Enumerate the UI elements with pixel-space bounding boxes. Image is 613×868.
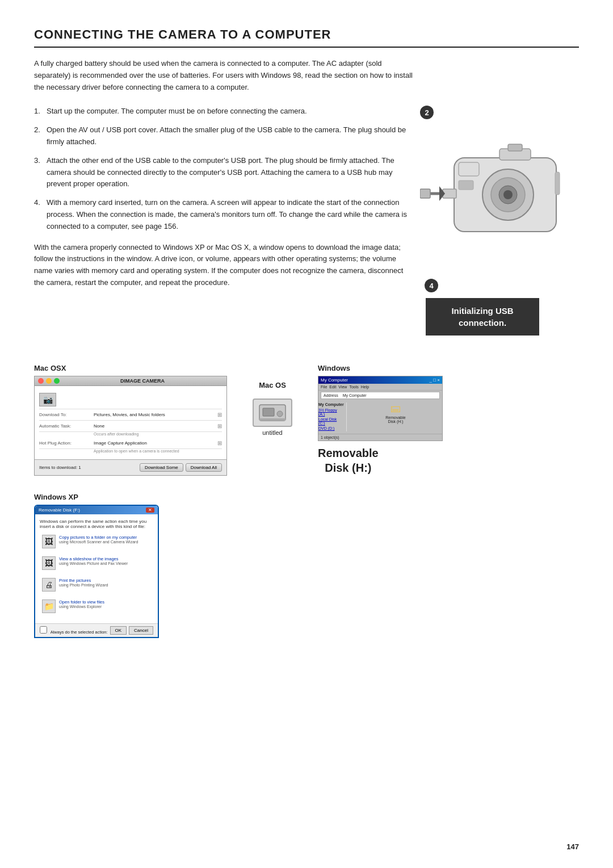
download-some-button[interactable]: Download Some (140, 463, 183, 472)
winxp-option-4-sub: using Windows Explorer (59, 605, 104, 609)
winxp-icon-2: 🖼 (42, 556, 56, 570)
win-status-bar: 1 object(s) (318, 434, 442, 441)
mac-btn-group: Download Some Download All (140, 463, 222, 472)
mac-hotplug-value: Image Capture Application (94, 441, 214, 446)
windows-xp-block: Windows XP Removable Disk (F:) ✕ Windows… (34, 493, 159, 638)
step-1: 1. Start up the computer. The computer m… (34, 106, 409, 118)
winxp-label: Windows XP (34, 493, 78, 501)
winxp-option-1-text: Copy pictures to a folder on my computer (59, 535, 138, 540)
mac-hotplug-sub: Application to open when a camera is con… (39, 449, 222, 455)
mac-os-label: Mac OS (259, 381, 286, 389)
steps-list: 1. Start up the computer. The computer m… (34, 106, 409, 232)
download-all-button[interactable]: Download All (186, 463, 222, 472)
mac-body: 📷 Download To: Pictures, Movies, and Mus… (35, 386, 226, 459)
win-title-bar: My Computer _ □ × (318, 376, 442, 384)
mac-download-label: Download To: (39, 412, 90, 417)
winxp-icon-1: 🖼 (42, 535, 56, 548)
winxp-option-4[interactable]: 📁 Open folder to view files using Window… (40, 597, 153, 615)
mac-camera-row: 📷 (39, 391, 222, 409)
page-title: CONNECTING THE CAMERA TO A COMPUTER (34, 27, 579, 48)
win-main-area: 🖴 RemovableDisk (H:) (349, 402, 442, 423)
mac-download-row: Download To: Pictures, Movies, and Music… (39, 409, 222, 421)
winxp-cancel-button[interactable]: Cancel (129, 626, 153, 635)
win-toolbar: File Edit View Tools Help (318, 384, 442, 391)
usb-label: Initializing USB connection. (426, 298, 539, 336)
mac-osx-block: Mac OSX DIMAGE CAMERA 📷 Download To: (34, 364, 227, 476)
body-paragraph: With the camera properly connected to Wi… (34, 242, 409, 289)
mac-os-block: Mac OS untitled (244, 381, 301, 443)
screenshots-row: Mac OSX DIMAGE CAMERA 📷 Download To: (34, 364, 579, 638)
winxp-screenshot: Removable Disk (F:) ✕ Windows can perfor… (34, 505, 159, 638)
win-content: My Computer 3½ Floppy (A:) Local Disk (C… (318, 400, 442, 434)
winxp-option-1-sub: using Microsoft Scanner and Camera Wizar… (59, 540, 138, 544)
winxp-intro-text: Windows can perform the same action each… (40, 519, 153, 529)
drive-name: untitled (262, 429, 282, 436)
winxp-option-3[interactable]: 🖨 Print the pictures using Photo Printin… (40, 576, 153, 594)
winxp-footer: Always do the selected action: OK Cancel (35, 623, 158, 637)
mac-min-btn[interactable] (46, 378, 52, 384)
svg-rect-6 (508, 144, 522, 151)
mac-osx-screenshot: DIMAGE CAMERA 📷 Download To: Pictures, M… (34, 376, 227, 476)
winxp-checkbox-label: Always do the selected action: (51, 630, 108, 635)
mac-close-btn[interactable] (38, 378, 44, 384)
svg-marker-11 (439, 186, 445, 201)
win-address-bar: Address My Computer (321, 392, 440, 399)
winxp-option-2-text: View a slideshow of the images (59, 556, 128, 561)
winxp-option-2-sub: using Windows Picture and Fax Viewer (59, 561, 128, 565)
drive-svg (258, 402, 287, 423)
intro-text: A fully charged battery should be used w… (34, 58, 420, 93)
mac-hotplug-label: Hot Plug Action: (39, 441, 90, 446)
mac-os-drive: untitled (244, 392, 301, 443)
badge-2: 2 (420, 106, 434, 119)
mac-autotask-row: Automatic Task: None ⊞ (39, 421, 222, 432)
removable-disk-name: RemovableDisk (H:) (385, 416, 405, 423)
mac-autotask-sub: Occurs after downloading (39, 432, 222, 438)
disk-folder-icon: 🖴 (391, 402, 401, 414)
mac-autotask-label: Automatic Task: (39, 423, 90, 429)
svg-rect-13 (555, 172, 560, 195)
step-3: 3. Attach the other end of the USB cable… (34, 155, 409, 190)
svg-point-4 (503, 190, 513, 199)
svg-rect-7 (459, 162, 479, 176)
mac-autotask-value: None (94, 423, 214, 429)
svg-rect-10 (420, 189, 430, 198)
winxp-icon-4: 📁 (42, 599, 56, 613)
winxp-option-2[interactable]: 🖼 View a slideshow of the images using W… (40, 554, 153, 572)
main-content: 1. Start up the computer. The computer m… (34, 106, 579, 336)
step-4: 4. With a memory card inserted, turn on … (34, 197, 409, 232)
removable-disk-icon[interactable]: 🖴 RemovableDisk (H:) (349, 402, 442, 423)
mac-items-label: Items to download: 1 (39, 465, 81, 470)
page: CONNECTING THE CAMERA TO A COMPUTER A fu… (0, 0, 613, 868)
winxp-option-3-text: Print the pictures (59, 578, 108, 583)
page-number: 147 (566, 842, 579, 851)
drive-icon (253, 399, 292, 427)
svg-rect-15 (263, 408, 274, 416)
mac-title-bar: DIMAGE CAMERA (35, 376, 226, 386)
winxp-option-1[interactable]: 🖼 Copy pictures to a folder on my comput… (40, 532, 153, 551)
camera-illustration (420, 124, 568, 300)
winxp-window-title: Removable Disk (F:) (39, 508, 80, 513)
winxp-icon-3: 🖨 (42, 578, 56, 592)
mac-max-btn[interactable] (54, 378, 60, 384)
camera-icon: 📷 (39, 393, 56, 406)
removable-disk-large: RemovableDisk (H:) (318, 446, 379, 475)
svg-rect-17 (259, 418, 285, 421)
left-content: 1. Start up the computer. The computer m… (34, 106, 409, 288)
svg-point-16 (277, 411, 283, 417)
windows-screenshot: My Computer _ □ × File Edit View Tools H… (318, 376, 443, 441)
windows-label: Windows (318, 364, 350, 372)
winxp-body: Windows can perform the same action each… (35, 514, 158, 623)
mac-footer: Items to download: 1 Download Some Downl… (35, 459, 226, 475)
winxp-ok-button[interactable]: OK (110, 626, 127, 635)
windows-block: Windows My Computer _ □ × File Edit View… (318, 364, 443, 475)
winxp-always-checkbox[interactable] (40, 626, 47, 634)
step-2: 2. Open the AV out / USB port cover. Att… (34, 124, 409, 148)
mac-window-title: DIMAGE CAMERA (62, 378, 223, 384)
mac-hotplug-row: Hot Plug Action: Image Capture Applicati… (39, 438, 222, 449)
win-sidebar: My Computer 3½ Floppy (A:) Local Disk (C… (318, 402, 347, 431)
mac-download-value: Pictures, Movies, and Music folders (94, 412, 214, 417)
winxp-option-3-sub: using Photo Printing Wizard (59, 583, 108, 587)
mac-osx-label: Mac OSX (34, 364, 66, 372)
winxp-close-button[interactable]: ✕ (146, 508, 154, 513)
winxp-option-4-text: Open folder to view files (59, 599, 104, 605)
